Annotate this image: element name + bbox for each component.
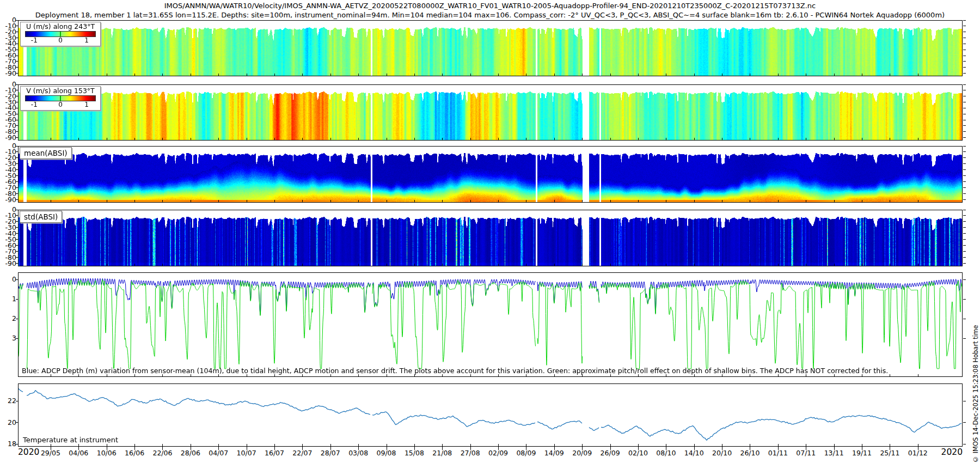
x-tick-mark: [78, 447, 79, 450]
watermark: © IMOS 14-Dec-2025 15:23:08 Hobart time: [972, 293, 979, 463]
x-tick-mark: [862, 138, 862, 140]
x-tick-mark: [387, 444, 387, 446]
x-tick-mark: [247, 138, 247, 140]
y-tick-mark: [963, 151, 966, 152]
x-tick-mark: [834, 200, 835, 202]
y-tick-mark: [16, 175, 18, 176]
v-colorbar-tick-label: 0: [58, 101, 63, 108]
x-tick-mark: [134, 138, 135, 140]
u-colorbar-tick-label: 0: [58, 37, 63, 44]
y-tick-mark: [16, 120, 18, 120]
y-tick-mark: [963, 20, 966, 21]
x-tick-mark: [554, 200, 555, 202]
x-axis-year-left: 2020: [18, 447, 39, 457]
x-tick-mark: [582, 447, 583, 450]
x-tick-mark: [134, 74, 135, 76]
x-tick-mark: [330, 264, 331, 266]
x-tick-mark: [890, 444, 890, 446]
y-tick-mark: [16, 102, 18, 102]
x-tick-mark: [134, 264, 135, 266]
x-tick-mark: [610, 264, 611, 266]
x-tick-mark: [330, 74, 331, 76]
y-tick-mark: [963, 263, 966, 264]
x-tick-label: 04/06: [69, 449, 88, 457]
x-tick-label: 10/06: [97, 449, 117, 457]
x-tick-mark: [442, 444, 443, 446]
x-tick-mark: [274, 200, 275, 202]
figure-subtitle: Deployment 18, member 1 lat=31.65S lon=1…: [0, 11, 980, 19]
y-tick-mark: [963, 401, 966, 401]
y-tick-label: 18: [0, 440, 16, 448]
depth-variation-lines: [19, 273, 962, 376]
x-tick-mark: [778, 444, 779, 446]
x-axis-year-right: 2020: [941, 447, 963, 457]
x-tick-mark: [890, 74, 890, 76]
x-tick-mark: [162, 138, 163, 140]
v-colorbar-tick-label: 1: [84, 101, 89, 108]
x-tick-mark: [554, 264, 555, 266]
x-tick-mark: [526, 138, 526, 140]
panel-u-velocity: U (m/s) along 243°T -1 0 1: [18, 20, 963, 76]
y-tick-mark: [16, 169, 18, 170]
y-tick-label: -90: [0, 196, 16, 204]
y-tick-mark: [16, 401, 18, 401]
x-tick-label: 26/10: [740, 449, 759, 457]
y-tick-mark: [963, 56, 966, 56]
y-tick-mark: [963, 215, 966, 216]
y-tick-mark: [16, 38, 18, 38]
x-tick-mark: [442, 138, 443, 140]
y-tick-mark: [16, 157, 18, 158]
x-tick-mark: [638, 447, 639, 450]
x-tick-label: 15/08: [405, 449, 424, 457]
y-tick-mark: [16, 251, 18, 252]
y-tick-mark: [963, 67, 966, 68]
y-tick-mark: [963, 131, 966, 132]
x-tick-label: 14/10: [684, 449, 704, 457]
y-tick-mark: [963, 120, 966, 120]
x-tick-mark: [778, 200, 779, 202]
y-tick-mark: [16, 299, 18, 300]
y-tick-mark: [16, 73, 18, 74]
x-tick-mark: [302, 444, 303, 446]
x-tick-label: 16/06: [125, 449, 144, 457]
y-tick-label: 1: [0, 295, 16, 303]
x-tick-mark: [890, 138, 890, 140]
x-tick-mark: [302, 447, 303, 450]
x-tick-mark: [806, 264, 806, 266]
x-tick-mark: [918, 200, 918, 202]
x-tick-mark: [554, 444, 555, 446]
x-tick-mark: [162, 74, 163, 76]
y-tick-mark: [16, 84, 18, 85]
y-tick-mark: [963, 422, 966, 423]
y-tick-label: -90: [0, 133, 16, 142]
y-tick-mark: [16, 319, 18, 319]
x-tick-mark: [722, 447, 722, 450]
y-tick-mark: [16, 193, 18, 194]
x-tick-mark: [554, 74, 555, 76]
x-tick-mark: [694, 74, 695, 76]
x-tick-mark: [274, 447, 275, 450]
x-tick-mark: [722, 138, 722, 140]
x-tick-mark: [890, 264, 890, 266]
y-tick-mark: [963, 239, 966, 240]
x-tick-mark: [862, 74, 862, 76]
x-tick-mark: [218, 200, 219, 202]
y-tick-mark: [963, 444, 966, 444]
y-tick-mark: [963, 125, 966, 126]
y-tick-mark: [963, 257, 966, 258]
x-tick-mark: [358, 444, 359, 446]
panel-depth-variation: Blue: ADCP Depth (m) variation from sens…: [18, 272, 963, 377]
x-tick-mark: [778, 138, 779, 140]
x-tick-mark: [750, 200, 750, 202]
x-tick-mark: [722, 264, 722, 266]
y-tick-mark: [963, 199, 966, 200]
x-tick-label: 28/07: [321, 449, 340, 457]
std-absi-heatmap: [19, 210, 962, 266]
x-tick-mark: [498, 138, 499, 140]
x-tick-mark: [638, 444, 639, 446]
y-tick-mark: [16, 227, 18, 228]
x-tick-mark: [247, 444, 247, 446]
x-tick-mark: [247, 447, 247, 450]
x-tick-mark: [582, 74, 583, 76]
x-tick-mark: [582, 138, 583, 140]
